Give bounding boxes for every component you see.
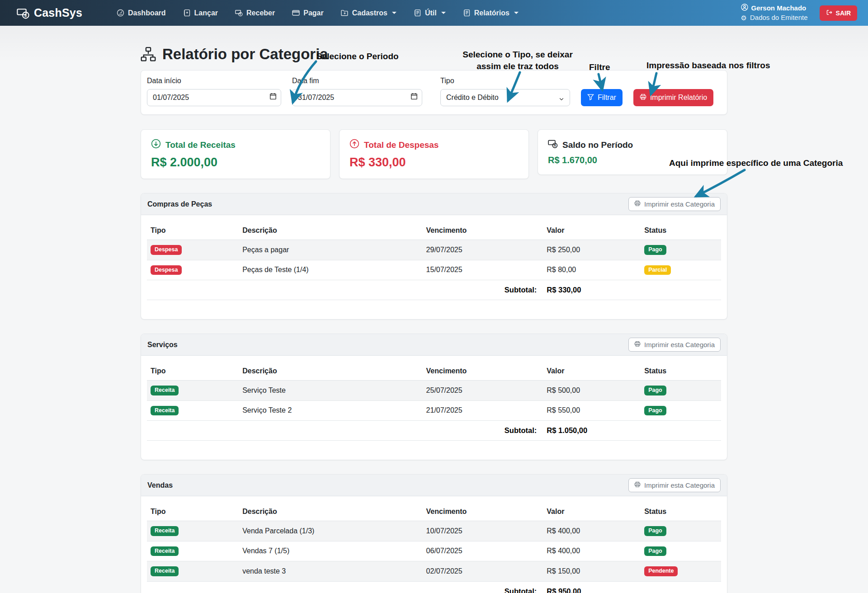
cash-coin-icon: $ [17,7,29,19]
svg-text:$: $ [554,144,556,147]
table-header-row: Tipo Descrição Vencimento Valor Status [147,362,721,381]
nav-util[interactable]: Útil [407,5,452,21]
arrow-up-circle-icon [349,139,359,151]
subtotal-row: Subtotal: R$ 330,00 [147,280,721,300]
table-row: Receita Serviço Teste 2 21/07/2025 R$ 55… [147,401,721,421]
user-secondary: Dados do Emitente [750,13,808,22]
start-date-input[interactable] [147,89,281,106]
svg-text:$: $ [24,13,27,18]
nav-label: Lançar [194,9,218,17]
person-circle-icon [741,4,748,13]
printer-icon [634,341,641,348]
arrow-down-circle-icon [151,139,161,151]
annotation-periodo: Selecione o Periodo [316,52,399,61]
nav-dashboard[interactable]: Dashboard [110,5,172,21]
print-category-button[interactable]: Imprimir esta Categoria [628,478,721,492]
nav-label: Cadastros [352,9,387,17]
journal-text-icon [463,9,471,17]
end-date-label: Data fim [292,77,422,85]
tipo-badge: Receita [151,386,179,395]
subtotal-row: Subtotal: R$ 950,00 [147,582,721,593]
print-category-label: Imprimir esta Categoria [644,341,715,348]
printer-icon [634,200,641,208]
table-row: Receita Venda Parcelada (1/3) 10/07/2025… [147,521,721,541]
nav-label: Dashboard [128,9,166,17]
table-header-row: Tipo Descrição Vencimento Valor Status [147,503,721,521]
category-title: Serviços [147,341,178,349]
status-badge: Pago [644,406,666,416]
nav-label: Receber [246,9,275,17]
annotation-tipo: Selecione o Tipo, se deixar assim ele tr… [452,49,583,72]
caret-down-icon [392,12,396,14]
nav-label: Útil [425,9,437,17]
status-badge: Pendente [644,566,678,576]
tipo-badge: Receita [151,406,179,416]
type-select[interactable]: Crédito e Débito [440,89,570,106]
nav-lancar[interactable]: Lançar [177,5,224,21]
tipo-badge: Receita [151,566,179,576]
nav-pagar[interactable]: Pagar [286,5,330,21]
top-navbar: $ CashSys Dashboard [0,0,868,26]
journal-plus-icon [183,9,191,17]
tipo-badge: Receita [151,546,179,556]
category-title: Compras de Peças [147,200,212,208]
print-category-button[interactable]: Imprimir esta Categoria [628,338,721,352]
user-name: Gerson Machado [751,4,807,13]
end-date-input[interactable] [292,89,422,106]
category-card-servicos: Serviços Imprimir esta Categoria Tipo De… [141,334,727,460]
status-badge: Parcial [644,265,671,275]
table-row: Receita Serviço Teste 25/07/2025 R$ 500,… [147,381,721,401]
diagram-icon [141,47,156,62]
table-row: Receita venda teste 3 02/07/2025 R$ 150,… [147,561,721,582]
table-row: Despesa Peças a pagar 29/07/2025 R$ 250,… [147,240,721,260]
nav-cadastros[interactable]: Cadastros [335,5,403,21]
status-badge: Pago [644,546,666,556]
gear-icon: ⚙ [741,14,747,21]
type-label: Tipo [440,77,570,85]
status-badge: Pago [644,245,666,255]
filter-panel: Data início Data fim [141,70,727,115]
cash-coin-icon: $ [548,139,558,151]
calendar-icon[interactable] [269,93,277,102]
brand-label: CashSys [34,6,82,19]
status-badge: Pago [644,386,666,395]
credit-card-icon [292,9,300,17]
print-category-button[interactable]: Imprimir esta Categoria [628,197,721,211]
nav-relatorios[interactable]: Relatórios [457,5,525,21]
subtotal-row: Subtotal: R$ 1.050,00 [147,421,721,441]
logout-button[interactable]: SAIR [820,5,857,21]
annotation-categoria: Aqui imprime específico de uma Categoria [669,158,843,168]
user-block[interactable]: Gerson Machado ⚙ Dados do Emitente [741,4,808,23]
subtotal-value: R$ 330,00 [543,280,641,300]
type-select-value: Crédito e Débito [446,94,499,102]
summary-row: Total de Receitas R$ 2.000,00 Total de D… [141,129,727,179]
brand[interactable]: $ CashSys [17,6,82,19]
status-badge: Pago [644,526,666,536]
print-report-button[interactable]: Imprimir Relatório [633,89,713,106]
table-header-row: Tipo Descrição Vencimento Valor Status [147,221,721,240]
logout-label: SAIR [836,9,851,17]
subtotal-value: R$ 1.050,00 [543,421,641,440]
category-card-vendas: Vendas Imprimir esta Categoria Tipo Desc… [141,474,727,593]
speedometer-icon [117,9,124,17]
card-title: Total de Receitas [165,140,236,150]
main-container: Relatório por Categoria Data início Data… [141,46,727,593]
nav-receber[interactable]: Receber [229,5,281,21]
cash-coin-icon [235,9,243,17]
nav-right: Gerson Machado ⚙ Dados do Emitente SAIR [741,4,857,23]
filter-button[interactable]: Filtrar [581,89,623,106]
card-title: Saldo no Período [562,140,633,150]
nav-label: Pagar [303,9,323,17]
calendar-icon[interactable] [410,93,418,102]
chevron-down-icon [559,95,564,104]
printer-icon [634,481,641,489]
print-category-label: Imprimir esta Categoria [644,200,715,208]
annotation-filtre: Filtre [589,62,610,72]
start-date-label: Data início [147,77,281,85]
journal-text-icon [414,9,421,17]
filter-button-label: Filtrar [598,94,616,102]
card-value: R$ 330,00 [349,155,519,169]
print-category-label: Imprimir esta Categoria [644,481,715,489]
tipo-badge: Receita [151,526,179,536]
folder-plus-icon [341,9,349,17]
